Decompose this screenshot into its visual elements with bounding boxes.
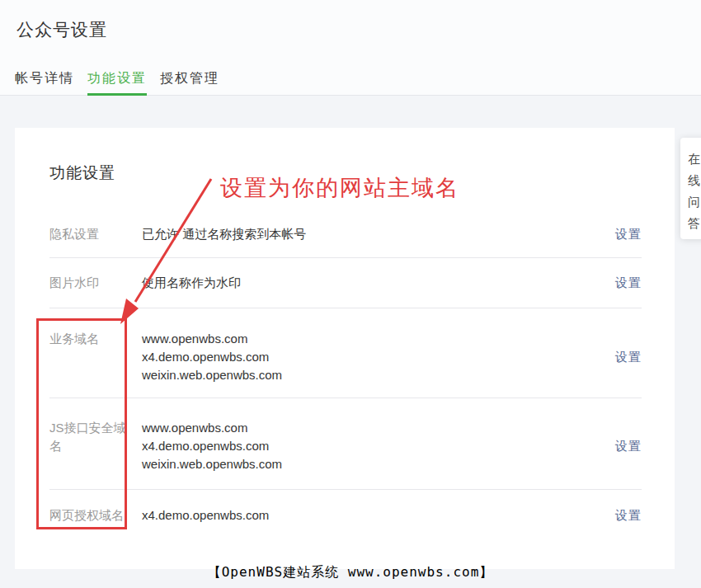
online-qa-char: 问 bbox=[688, 191, 701, 213]
row-settings-link[interactable]: 设置 bbox=[615, 349, 642, 365]
annotation-text: 设置为你的网站主域名 bbox=[220, 173, 459, 203]
tab-2[interactable]: 功能设置 bbox=[87, 70, 147, 96]
online-qa-widget[interactable]: 在线问答 bbox=[680, 138, 701, 239]
row-value: 已允许 通过名称搜索到本帐号 bbox=[142, 225, 615, 243]
tab-1[interactable]: 帐号详情 bbox=[15, 70, 74, 96]
row-value: weixin.web.openwbs.com bbox=[142, 455, 615, 473]
row-value: x4.demo.openwbs.com bbox=[142, 506, 615, 524]
row-values: www.openwbs.comx4.demo.openwbs.comweixin… bbox=[142, 330, 615, 384]
tab-bar: 帐号详情功能设置授权管理 bbox=[15, 70, 233, 96]
row-label: JS接口安全域名 bbox=[49, 419, 129, 455]
row-values: 使用名称作为水印 bbox=[142, 274, 615, 292]
row-value: www.openwbs.com bbox=[142, 419, 615, 437]
row-value: www.openwbs.com bbox=[142, 330, 615, 348]
row-values: 已允许 通过名称搜索到本帐号 bbox=[142, 225, 615, 243]
page: 公众号设置 帐号详情功能设置授权管理 功能设置 隐私设置 已允许 通过名称搜索到… bbox=[0, 0, 701, 588]
row-label: 网页授权域名 bbox=[49, 506, 129, 524]
row-label: 业务域名 bbox=[49, 330, 129, 348]
row-settings-link[interactable]: 设置 bbox=[615, 226, 642, 242]
row-values: www.openwbs.comx4.demo.openwbs.comweixin… bbox=[142, 419, 615, 473]
row-value: weixin.web.openwbs.com bbox=[142, 366, 615, 384]
page-title: 公众号设置 bbox=[16, 18, 107, 41]
tab-3[interactable]: 授权管理 bbox=[160, 70, 219, 96]
row-label: 图片水印 bbox=[49, 274, 129, 292]
settings-row: 业务域名 www.openwbs.comx4.demo.openwbs.comw… bbox=[49, 308, 642, 398]
row-settings-link[interactable]: 设置 bbox=[615, 507, 642, 524]
settings-row: JS接口安全域名 www.openwbs.comx4.demo.openwbs.… bbox=[49, 398, 642, 490]
row-settings-link[interactable]: 设置 bbox=[615, 438, 642, 454]
settings-row: 网页授权域名 x4.demo.openwbs.com 设置 bbox=[49, 490, 642, 524]
page-header: 公众号设置 帐号详情功能设置授权管理 bbox=[0, 0, 701, 96]
online-qa-char: 在 bbox=[688, 148, 701, 170]
footer-banner: 【OpenWBS建站系统 www.openwbs.com】 bbox=[0, 564, 701, 581]
row-value: x4.demo.openwbs.com bbox=[142, 437, 615, 455]
online-qa-char: 答 bbox=[688, 213, 701, 234]
settings-row: 图片水印 使用名称作为水印 设置 bbox=[49, 258, 642, 308]
row-value: x4.demo.openwbs.com bbox=[142, 348, 615, 366]
settings-rows: 隐私设置 已允许 通过名称搜索到本帐号 设置 图片水印 使用名称作为水印 设置 … bbox=[49, 215, 642, 524]
row-label: 隐私设置 bbox=[49, 225, 129, 243]
row-values: x4.demo.openwbs.com bbox=[142, 506, 615, 524]
row-value: 使用名称作为水印 bbox=[142, 274, 615, 292]
settings-row: 隐私设置 已允许 通过名称搜索到本帐号 设置 bbox=[49, 215, 642, 258]
row-settings-link[interactable]: 设置 bbox=[615, 275, 642, 291]
online-qa-char: 线 bbox=[688, 170, 701, 191]
